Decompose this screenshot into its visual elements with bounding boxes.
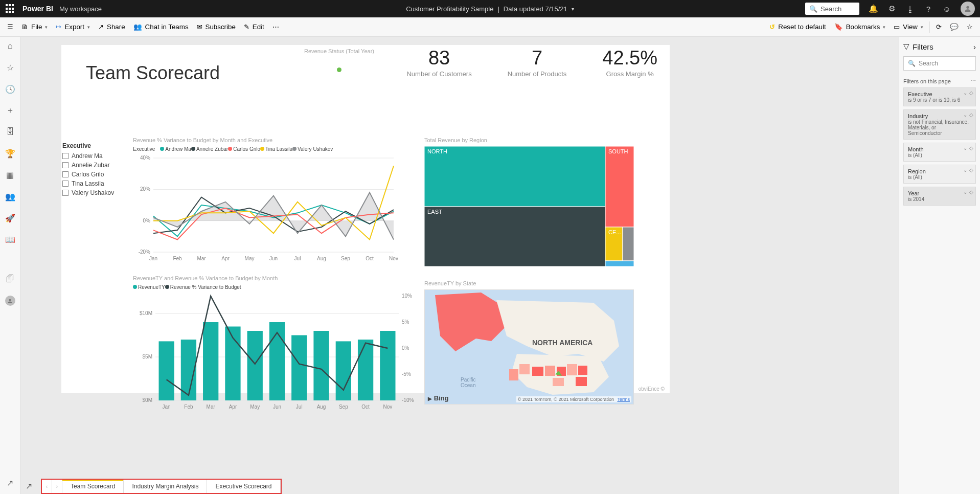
export-menu[interactable]: ↦Export▾ [52, 17, 94, 36]
report-main: Team Scorecard Revenue Status (Total Yea… [20, 37, 980, 494]
svg-rect-58 [605, 146, 634, 227]
share-button[interactable]: ↗Share [94, 17, 129, 36]
svg-text:Nov: Nov [383, 404, 392, 410]
subscribe-button[interactable]: ✉Subscribe [193, 17, 240, 36]
filters-search[interactable]: 🔍 Search [903, 56, 976, 71]
user-avatar[interactable] [961, 2, 975, 16]
workspace-label[interactable]: My workspace [59, 5, 102, 13]
svg-text:-20%: -20% [139, 249, 150, 255]
nav-toggle-button[interactable]: ☰ [3, 17, 17, 36]
clear-filter-icon[interactable]: ◇ [969, 189, 973, 195]
chevron-down-icon[interactable]: ⌄ [963, 90, 967, 96]
create-icon[interactable]: ＋ [0, 105, 20, 116]
svg-text:NORTH: NORTH [427, 148, 447, 154]
svg-rect-34 [203, 322, 218, 400]
chevron-down-icon[interactable]: ⌄ [963, 112, 967, 118]
goals-icon[interactable]: 🏆 [0, 148, 20, 159]
map-visual[interactable]: NORTH AMERICA Pacific Ocean ▶ Bing © 202… [424, 289, 634, 405]
clear-filter-icon[interactable]: ◇ [969, 145, 973, 151]
clear-filter-icon[interactable]: ◇ [969, 167, 973, 173]
svg-text:Mar: Mar [207, 404, 216, 410]
bookmarks-menu[interactable]: 🔖Bookmarks▾ [830, 23, 890, 31]
filters-header[interactable]: ▽ Filters › [903, 42, 976, 51]
settings-icon[interactable]: ⚙ [887, 4, 896, 13]
map-terms-link[interactable]: Terms [618, 397, 630, 402]
chat-teams-button[interactable]: 👥Chat in Teams [129, 17, 193, 36]
filter-card[interactable]: Yearis 2014⌄◇ [903, 187, 976, 206]
svg-text:Jan: Jan [163, 404, 171, 410]
report-attribution: obviEnce © [639, 386, 665, 392]
kpi-gross-margin: 42.5% Gross Margin % [602, 47, 657, 78]
view-menu[interactable]: ▭View▾ [890, 23, 927, 31]
favorite-button[interactable]: ☆ [963, 23, 977, 31]
report-title-bar[interactable]: Customer Profitability Sample | Data upd… [406, 5, 574, 13]
filter-card[interactable]: Monthis (All)⌄◇ [903, 143, 976, 162]
svg-text:Mar: Mar [197, 256, 206, 261]
home-icon[interactable]: ⌂ [0, 41, 20, 51]
filters-section-label: Filters on this page⋯ [903, 78, 976, 84]
global-search[interactable]: 🔍 Search [805, 3, 859, 15]
filter-card[interactable]: Regionis (All)⌄◇ [903, 165, 976, 184]
edit-button[interactable]: ✎Edit [240, 17, 268, 36]
executive-slicer[interactable]: Executive Andrew MaAnnelie ZubarCarlos G… [62, 142, 119, 198]
my-workspace-icon[interactable] [0, 296, 20, 306]
report-tab[interactable]: Team Scorecard [62, 480, 124, 493]
svg-rect-63 [605, 261, 634, 266]
variance-line-chart[interactable]: Revenue % Variance to Budget by Month an… [133, 137, 399, 264]
revenue-combo-chart[interactable]: RevenueTY and Revenue % Variance to Budg… [133, 275, 419, 413]
search-icon: 🔍 [908, 60, 916, 67]
reset-button[interactable]: ↺Reset to default [765, 23, 830, 31]
treemap-svg: NORTHEASTSOUTHCE... [424, 146, 634, 266]
apps-icon[interactable]: ▦ [0, 170, 20, 180]
revenue-treemap[interactable]: Total Revenue by Region NORTHEASTSOUTHCE… [424, 137, 634, 268]
app-launcher-icon[interactable] [5, 4, 15, 14]
shared-icon[interactable]: 👥 [0, 191, 20, 201]
workspaces-icon[interactable]: 📖 [0, 234, 20, 244]
svg-text:Aug: Aug [317, 404, 326, 410]
slicer-item[interactable]: Valery Ushakov [62, 189, 119, 196]
filter-card[interactable]: Executiveis 9 or is 7 or is 10, is 6⌄◇ [903, 87, 976, 106]
chevron-right-icon[interactable]: › [973, 42, 976, 51]
report-tab[interactable]: Executive Scorecard [207, 480, 280, 493]
revenue-map[interactable]: RevenueTY by State [424, 280, 634, 405]
svg-text:Jul: Jul [294, 256, 301, 261]
favorites-icon[interactable]: ☆ [0, 62, 20, 73]
learn-icon[interactable]: 🚀 [0, 213, 20, 223]
help-icon[interactable]: ? [924, 5, 933, 13]
clear-filter-icon[interactable]: ◇ [969, 112, 973, 118]
refresh-button[interactable]: ⟳ [932, 23, 946, 31]
expand-canvas-icon[interactable]: ↗ [26, 481, 32, 491]
datasets-icon[interactable]: 🗄 [0, 127, 20, 137]
notifications-icon[interactable]: 🔔 [869, 4, 878, 13]
slicer-item[interactable]: Andrew Ma [62, 152, 119, 160]
kpi-products: 7 Number of Products [508, 47, 567, 78]
slicer-item[interactable]: Annelie Zubar [62, 162, 119, 169]
chevron-down-icon[interactable]: ⌄ [963, 189, 967, 195]
slicer-item[interactable]: Tina Lassila [62, 180, 119, 187]
svg-rect-37 [269, 322, 285, 400]
tab-prev-button[interactable]: ‹ [42, 480, 52, 493]
filter-card[interactable]: Industryis not Financial, Insurance, Mat… [903, 109, 976, 140]
tab-next-button[interactable]: › [52, 480, 62, 493]
comment-button[interactable]: 💬 [946, 23, 963, 31]
chart-title: Total Revenue by Region [424, 137, 634, 143]
deployment-icon[interactable]: 🗐 [0, 274, 20, 284]
search-icon: 🔍 [809, 5, 817, 13]
file-menu[interactable]: 🗎File▾ [17, 17, 52, 36]
recent-icon[interactable]: 🕓 [0, 84, 20, 94]
feedback-icon[interactable]: ☺ [942, 5, 951, 13]
slicer-item[interactable]: Carlos Grilo [62, 171, 119, 178]
chevron-down-icon[interactable]: ⌄ [963, 167, 967, 173]
more-button[interactable]: ⋯ [268, 17, 283, 36]
page-tabs-bar: ‹ › Team ScorecardIndustry Margin Analys… [41, 479, 282, 494]
svg-text:20%: 20% [140, 186, 150, 192]
svg-rect-36 [247, 331, 263, 400]
chevron-down-icon[interactable]: ⌄ [963, 145, 967, 151]
clear-filter-icon[interactable]: ◇ [969, 90, 973, 96]
report-tab[interactable]: Industry Margin Analysis [124, 480, 207, 493]
svg-text:10%: 10% [402, 293, 412, 299]
svg-text:Jul: Jul [296, 404, 303, 410]
download-icon[interactable]: ⭳ [905, 5, 915, 13]
expand-rail-icon[interactable]: ↗ [0, 478, 20, 488]
filters-pane: ▽ Filters › 🔍 Search Filters on this pag… [899, 37, 980, 494]
